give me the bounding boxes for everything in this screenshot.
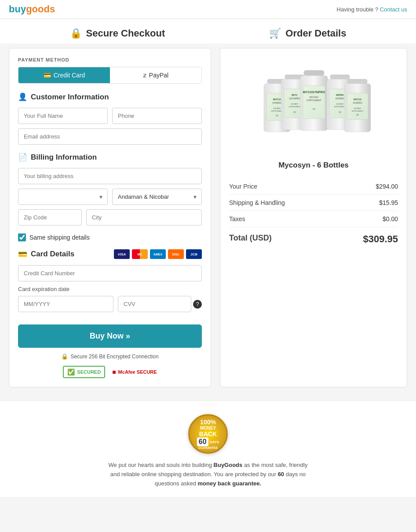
cvv-wrapper: ? — [118, 296, 202, 312]
billing-title: Billing Information — [31, 153, 97, 162]
secured-label: SECURED — [77, 369, 101, 375]
shield-icon: 🔒 — [61, 353, 68, 360]
product-bottles: MYCO SYNPRO DIETARY SUPPLEMENT 60 MYC OS… — [256, 57, 371, 154]
checkout-title: 🔒 Secure Checkout — [70, 28, 165, 39]
taxes-value: $0.00 — [383, 215, 398, 222]
svg-rect-23 — [330, 75, 350, 79]
city-input[interactable] — [86, 209, 202, 226]
customer-title: Customer Information — [31, 93, 109, 102]
your-price-value: $294.00 — [376, 183, 398, 190]
mcafee-icon: ■ — [112, 368, 116, 375]
left-panel: PAYMENT METHOD 💳 Credit Card 𝕫 PayPal 👤 … — [9, 48, 211, 387]
logo: buygoods — [9, 4, 55, 15]
footer-brand: BuyGoods — [214, 462, 243, 468]
svg-text:DIETARY: DIETARY — [309, 96, 319, 98]
mcafee-badge: ■ McAfee SECURE — [112, 368, 157, 375]
order-title: 🛒 Order Details — [269, 28, 346, 39]
same-shipping-checkbox[interactable] — [18, 233, 26, 241]
email-row — [18, 128, 202, 145]
payment-tabs: 💳 Credit Card 𝕫 PayPal — [18, 67, 202, 84]
card-title-group: 💳 Card Details — [18, 250, 74, 259]
state-select-wrapper: Andaman & Nicobar Andhra Pradesh ▼ — [112, 189, 202, 205]
money-back-badge: 100% MONEY BACK 60 DAYS GUARANTEE — [188, 414, 228, 454]
svg-text:SUPPLEMENT: SUPPLEMENT — [351, 110, 364, 112]
top-bar: buygoods Having trouble ? Contact us — [0, 0, 416, 19]
badge-guarantee: GUARANTEE — [198, 446, 218, 449]
trouble-text: Having trouble ? Contact us — [337, 6, 407, 13]
trust-badges: ✅ SECURED ■ McAfee SECURE — [18, 366, 202, 378]
product-image-area: MYCO SYNPRO DIETARY SUPPLEMENT 60 MYC OS… — [229, 57, 398, 154]
credit-card-tab[interactable]: 💳 Credit Card — [18, 67, 110, 83]
full-name-input[interactable] — [18, 108, 108, 124]
svg-text:SYNPRO: SYNPRO — [353, 102, 362, 104]
main-header: 🔒 Secure Checkout 🛒 Order Details — [0, 19, 416, 44]
svg-text:SUPPLEMENT: SUPPLEMENT — [288, 106, 301, 108]
svg-rect-16 — [304, 70, 324, 76]
address-input[interactable] — [18, 168, 202, 184]
svg-text:60: 60 — [313, 108, 315, 110]
footer-text: We put our hearts and souls into buildin… — [107, 461, 309, 488]
customer-section: 👤 Customer Information — [18, 92, 202, 145]
state-select[interactable]: Andaman & Nicobar Andhra Pradesh — [112, 189, 202, 205]
buy-now-button[interactable]: Buy Now » — [18, 324, 202, 348]
expiry-cvv-row: ? — [18, 296, 202, 312]
cvv-input[interactable] — [118, 296, 191, 312]
zip-input[interactable] — [18, 209, 82, 226]
svg-text:MYCOSYNPRO: MYCOSYNPRO — [303, 91, 325, 94]
card-title: Card Details — [31, 250, 74, 259]
expiry-input[interactable] — [18, 296, 113, 312]
total-value: $309.95 — [363, 233, 398, 245]
secured-badge: ✅ SECURED — [63, 366, 105, 378]
country-select-wrapper: India United States ▼ — [18, 189, 108, 205]
page-content: PAYMENT METHOD 💳 Credit Card 𝕫 PayPal 👤 … — [0, 44, 416, 401]
svg-text:SYNPRO: SYNPRO — [272, 102, 281, 104]
svg-text:MYC: MYC — [292, 94, 298, 96]
person-icon: 👤 — [18, 92, 27, 102]
secure-text: 🔒 Secure 256 Bit Encrypted Connection — [18, 353, 202, 360]
badge-money: MONEY — [200, 426, 216, 430]
footer-days: 60 — [278, 471, 284, 477]
logo-goods: goods — [26, 4, 55, 15]
shipping-label: Shipping & Handling — [229, 199, 285, 206]
paypal-icon: 𝕫 — [143, 72, 146, 79]
svg-text:SYNPRO: SYNPRO — [335, 97, 344, 100]
card-number-input[interactable] — [18, 265, 202, 281]
badge-percent: 100% — [200, 419, 216, 426]
same-shipping-label[interactable]: Same shipping details — [29, 234, 90, 241]
payment-method-label: PAYMENT METHOD — [18, 57, 202, 62]
same-shipping-row: Same shipping details — [18, 233, 202, 241]
svg-text:SUPPLEMENT: SUPPLEMENT — [307, 99, 321, 102]
zip-city-row — [18, 209, 202, 226]
contact-link[interactable]: Contact us — [380, 6, 407, 13]
phone-input[interactable] — [112, 108, 202, 124]
footer-guarantee: money back guarantee. — [198, 480, 262, 487]
secure-label: Secure 256 Bit Encrypted Connection — [70, 353, 158, 360]
expiry-label: Card expiration date — [18, 286, 202, 292]
person-lock-icon: 🔒 — [70, 28, 82, 39]
paypal-tab[interactable]: 𝕫 PayPal — [110, 67, 201, 83]
customer-header: 👤 Customer Information — [18, 92, 202, 102]
badge-days-label: DAYS — [210, 440, 219, 444]
address-row — [18, 168, 202, 184]
mastercard-icon: MC — [132, 249, 148, 259]
footer: 100% MONEY BACK 60 DAYS GUARANTEE We put… — [0, 401, 416, 497]
credit-card-icon: 💳 — [44, 72, 51, 79]
billing-icon: 📄 — [18, 153, 27, 162]
country-select[interactable]: India United States — [18, 189, 108, 205]
cart-icon: 🛒 — [269, 28, 281, 39]
visa-icon: VISA — [114, 249, 130, 259]
email-input[interactable] — [18, 128, 202, 145]
shipping-value: $15.95 — [379, 199, 398, 206]
svg-text:MYCO: MYCO — [273, 98, 281, 101]
name-phone-row — [18, 108, 202, 124]
shield-check-icon: ✅ — [67, 368, 75, 375]
taxes-label: Taxes — [229, 215, 245, 222]
country-state-row: India United States ▼ Andaman & Nicobar … — [18, 189, 202, 205]
svg-text:MYCO: MYCO — [354, 98, 361, 101]
trouble-label: Having trouble ? — [337, 6, 379, 13]
cvv-help-icon[interactable]: ? — [193, 300, 202, 309]
product-svg: MYCO SYNPRO DIETARY SUPPLEMENT 60 MYC OS… — [256, 57, 371, 154]
card-section: 💳 Card Details VISA MC AMEX DISC JCB Car… — [18, 249, 202, 312]
amex-icon: AMEX — [150, 249, 166, 259]
logo-buy: buy — [9, 4, 26, 15]
